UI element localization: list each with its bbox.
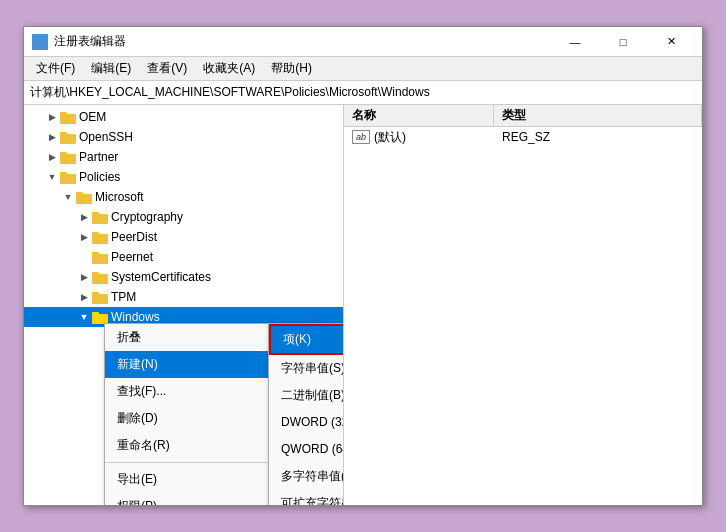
tree-pane: ▶ OEM ▶ OpenSSH ▶: [24, 105, 344, 505]
sub-item-dword[interactable]: DWORD (32 位值)(D): [269, 409, 344, 436]
folder-icon-tpm: [92, 290, 108, 304]
expander-peerdist: ▶: [76, 229, 92, 245]
expander-peernet: [76, 249, 92, 265]
svg-rect-23: [92, 292, 99, 296]
expander-policies: ▼: [44, 169, 60, 185]
menu-item[interactable]: 帮助(H): [263, 58, 320, 79]
ab-icon: ab: [352, 130, 370, 144]
svg-rect-17: [92, 232, 99, 236]
tree-item-microsoft[interactable]: ▼ Microsoft: [24, 187, 343, 207]
tree-item-tpm[interactable]: ▶ TPM: [24, 287, 343, 307]
tree-item-oem[interactable]: ▶ OEM: [24, 107, 343, 127]
tree-label-peernet: Peernet: [111, 250, 153, 264]
sub-label-string: 字符串值(S): [281, 361, 344, 375]
title-bar-left: 注册表编辑器: [32, 33, 126, 50]
sub-label-key: 项(K): [283, 332, 311, 346]
tree-item-policies[interactable]: ▼ Policies: [24, 167, 343, 187]
tree-label-policies: Policies: [79, 170, 120, 184]
detail-name-text: (默认): [374, 129, 406, 146]
sub-item-key[interactable]: 项(K): [269, 324, 344, 355]
address-text: 计算机\HKEY_LOCAL_MACHINE\SOFTWARE\Policies…: [30, 84, 430, 101]
sub-item-expandstring[interactable]: 可扩充字符串值(E): [269, 490, 344, 505]
folder-icon-microsoft: [76, 190, 92, 204]
ctx-label-permissions: 权限(P)...: [117, 498, 167, 505]
title-controls: — □ ✕: [552, 27, 694, 57]
folder-icon-windows: [92, 310, 108, 324]
detail-cell-name: ab (默认): [348, 129, 498, 146]
tree-label-microsoft: Microsoft: [95, 190, 144, 204]
ctx-label-export: 导出(E): [117, 471, 157, 488]
tree-item-cryptography[interactable]: ▶ Cryptography: [24, 207, 343, 227]
sub-item-qword[interactable]: QWORD (64 位值)(Q): [269, 436, 344, 463]
sub-label-dword: DWORD (32 位值)(D): [281, 415, 344, 429]
svg-rect-19: [92, 252, 99, 256]
ctx-label-delete: 删除(D): [117, 410, 158, 427]
sub-item-binary[interactable]: 二进制值(B): [269, 382, 344, 409]
ctx-label-rename: 重命名(R): [117, 437, 170, 454]
sub-item-string[interactable]: 字符串值(S): [269, 355, 344, 382]
sub-item-multistring[interactable]: 多字符串值(M): [269, 463, 344, 490]
folder-icon-policies: [60, 170, 76, 184]
svg-rect-25: [92, 312, 99, 316]
expander-cryptography: ▶: [76, 209, 92, 225]
expander-windows: ▼: [76, 309, 92, 325]
detail-cell-type: REG_SZ: [498, 130, 698, 144]
folder-icon-openssh: [60, 130, 76, 144]
detail-col-type: 类型: [494, 105, 702, 126]
svg-rect-7: [60, 132, 67, 136]
tree-label-windows: Windows: [111, 310, 160, 324]
main-area: ▶ OEM ▶ OpenSSH ▶: [24, 105, 702, 505]
sub-label-binary: 二进制值(B): [281, 388, 344, 402]
minimize-button[interactable]: —: [552, 27, 598, 57]
sub-label-expandstring: 可扩充字符串值(E): [281, 496, 344, 505]
tree-label-partner: Partner: [79, 150, 118, 164]
svg-rect-2: [34, 43, 39, 48]
maximize-button[interactable]: □: [600, 27, 646, 57]
sub-label-qword: QWORD (64 位值)(Q): [281, 442, 344, 456]
menu-item[interactable]: 编辑(E): [83, 58, 139, 79]
ctx-label-new: 新建(N): [117, 356, 158, 373]
detail-pane: 名称 类型 ab (默认) REG_SZ: [344, 105, 702, 505]
detail-header: 名称 类型: [344, 105, 702, 127]
tree-label-openssh: OpenSSH: [79, 130, 133, 144]
svg-rect-1: [41, 36, 46, 41]
tree-item-partner[interactable]: ▶ Partner: [24, 147, 343, 167]
expander-systemcerts: ▶: [76, 269, 92, 285]
sub-label-multistring: 多字符串值(M): [281, 469, 344, 483]
tree-item-peernet[interactable]: Peernet: [24, 247, 343, 267]
folder-icon-oem: [60, 110, 76, 124]
folder-icon-systemcerts: [92, 270, 108, 284]
address-bar: 计算机\HKEY_LOCAL_MACHINE\SOFTWARE\Policies…: [24, 81, 702, 105]
submenu-box: 项(K) 字符串值(S) 二进制值(B) DWORD (32 位值)(D) QW…: [268, 323, 344, 505]
detail-row-default[interactable]: ab (默认) REG_SZ: [344, 127, 702, 147]
svg-rect-11: [60, 172, 67, 176]
tree-item-peerdist[interactable]: ▶ PeerDist: [24, 227, 343, 247]
tree-item-systemcerts[interactable]: ▶ SystemCertificates: [24, 267, 343, 287]
expander-oem: ▶: [44, 109, 60, 125]
ctx-label-collapse: 折叠: [117, 329, 141, 346]
submenu: 项(K) 字符串值(S) 二进制值(B) DWORD (32 位值)(D) QW…: [268, 323, 344, 505]
folder-icon-peernet: [92, 250, 108, 264]
expander-tpm: ▶: [76, 289, 92, 305]
ctx-label-find: 查找(F)...: [117, 383, 166, 400]
svg-rect-9: [60, 152, 67, 156]
svg-rect-5: [60, 112, 67, 116]
expander-microsoft: ▼: [60, 189, 76, 205]
svg-rect-13: [76, 192, 83, 196]
folder-icon-partner: [60, 150, 76, 164]
tree-label-cryptography: Cryptography: [111, 210, 183, 224]
folder-icon-peerdist: [92, 230, 108, 244]
tree-item-openssh[interactable]: ▶ OpenSSH: [24, 127, 343, 147]
svg-rect-15: [92, 212, 99, 216]
detail-col-name: 名称: [344, 105, 494, 126]
menu-item[interactable]: 查看(V): [139, 58, 195, 79]
svg-rect-21: [92, 272, 99, 276]
menu-item[interactable]: 文件(F): [28, 58, 83, 79]
title-bar: 注册表编辑器 — □ ✕: [24, 27, 702, 57]
tree-label-peerdist: PeerDist: [111, 230, 157, 244]
menu-item[interactable]: 收藏夹(A): [195, 58, 263, 79]
app-icon: [32, 34, 48, 50]
close-button[interactable]: ✕: [648, 27, 694, 57]
svg-rect-0: [34, 36, 39, 41]
svg-rect-3: [41, 43, 46, 48]
